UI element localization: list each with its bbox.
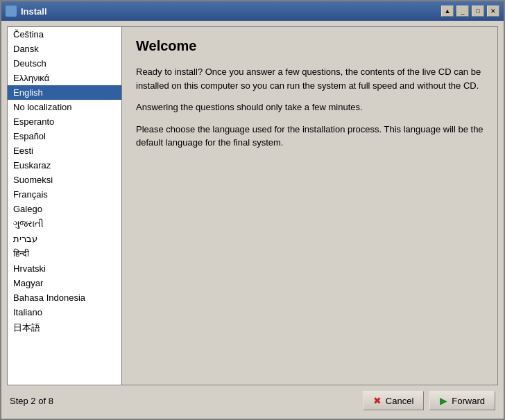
window-icon <box>6 6 17 17</box>
language-item-hr[interactable]: Hrvatski <box>8 261 121 276</box>
language-item-ja[interactable]: 日本語 <box>8 320 121 336</box>
language-item-fr[interactable]: Français <box>8 187 121 202</box>
language-item-es[interactable]: Español <box>8 129 121 143</box>
main-panel: ČeštinaDanskDeutschΕλληνικάEnglishNo loc… <box>7 26 498 385</box>
language-item-eu[interactable]: Euskaraz <box>8 158 121 173</box>
language-item-hu[interactable]: Magyar <box>8 276 121 290</box>
language-item-he[interactable]: עברית <box>8 231 121 246</box>
list-scroll-container: ČeštinaDanskDeutschΕλληνικάEnglishNo loc… <box>8 27 121 385</box>
language-list[interactable]: ČeštinaDanskDeutschΕλληνικάEnglishNo loc… <box>8 27 121 385</box>
left-panel: ČeštinaDanskDeutschΕλληνικάEnglishNo loc… <box>8 27 122 385</box>
language-item-hi[interactable]: हिन्दी <box>8 246 121 261</box>
titlebar-minimize-button[interactable]: _ <box>456 6 469 17</box>
titlebar: Install ▲ _ □ ✕ <box>1 1 504 21</box>
language-item-fi[interactable]: Suomeksi <box>8 173 121 187</box>
button-group: ✖ Cancel ▶ Forward <box>363 391 495 410</box>
content-area: ČeštinaDanskDeutschΕλληνικάEnglishNo loc… <box>1 21 504 419</box>
language-item-cs[interactable]: Čeština <box>8 27 121 42</box>
titlebar-buttons: ▲ _ □ ✕ <box>441 6 499 17</box>
titlebar-left: Install <box>6 6 47 17</box>
forward-label: Forward <box>452 396 485 406</box>
language-item-it[interactable]: Italiano <box>8 305 121 320</box>
forward-icon: ▶ <box>440 395 447 406</box>
language-item-gl[interactable]: Galego <box>8 202 121 216</box>
language-item-id[interactable]: Bahasa Indonesia <box>8 290 121 305</box>
language-item-da[interactable]: Dansk <box>8 42 121 56</box>
forward-button[interactable]: ▶ Forward <box>429 391 495 410</box>
titlebar-up-button[interactable]: ▲ <box>441 6 454 17</box>
welcome-title: Welcome <box>136 38 483 54</box>
language-item-noloc[interactable]: No localization <box>8 100 121 114</box>
install-window: Install ▲ _ □ ✕ ČeštinaDanskDeutschΕλλην… <box>0 0 505 420</box>
language-item-de[interactable]: Deutsch <box>8 56 121 71</box>
cancel-button[interactable]: ✖ Cancel <box>363 391 424 410</box>
welcome-paragraph2: Answering the questions should only take… <box>136 100 483 114</box>
titlebar-maximize-button[interactable]: □ <box>472 6 484 17</box>
window-title: Install <box>21 6 47 17</box>
language-item-en[interactable]: English <box>8 85 121 100</box>
welcome-paragraph3: Please choose the language used for the … <box>136 123 483 150</box>
step-label: Step 2 of 8 <box>10 396 53 406</box>
cancel-icon: ✖ <box>373 395 382 406</box>
bottom-bar: Step 2 of 8 ✖ Cancel ▶ Forward <box>7 385 498 413</box>
language-item-gu[interactable]: ગુજરાતી <box>8 216 121 231</box>
language-item-et[interactable]: Eesti <box>8 143 121 158</box>
language-item-eo[interactable]: Esperanto <box>8 114 121 129</box>
language-item-el[interactable]: Ελληνικά <box>8 71 121 85</box>
cancel-label: Cancel <box>386 396 413 406</box>
right-panel: Welcome Ready to install? Once you answe… <box>122 27 497 385</box>
titlebar-close-button[interactable]: ✕ <box>487 6 499 17</box>
welcome-paragraph1: Ready to install? Once you answer a few … <box>136 65 483 92</box>
